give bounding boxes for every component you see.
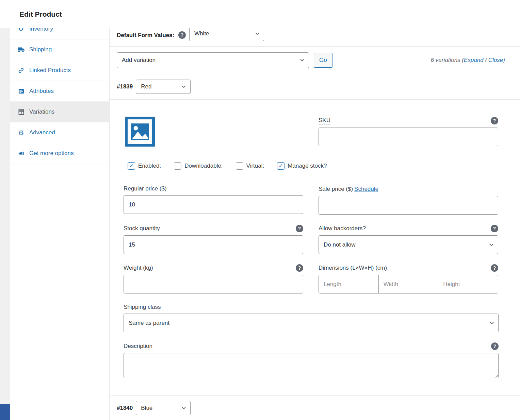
description-row: Description ?	[124, 342, 499, 380]
regular-price-input[interactable]	[124, 195, 303, 214]
help-icon[interactable]: ?	[491, 264, 498, 272]
stock-row: Stock quantity ? Allow backorders? ? Do …	[124, 225, 499, 254]
chevron-down-icon	[489, 320, 494, 327]
virtual-option: ✓ Virtual:	[236, 162, 264, 170]
width-input[interactable]	[378, 275, 439, 293]
enabled-option: ✓ Enabled:	[128, 162, 161, 170]
variation-header-1840: #1840 Blue	[110, 396, 520, 420]
summary-text: )	[503, 57, 505, 63]
selected-value: White	[194, 30, 209, 37]
sidebar-item-inventory[interactable]: Inventory	[10, 28, 109, 39]
page-header: Edit Product	[0, 0, 520, 28]
regular-price-label: Regular price ($)	[124, 185, 303, 192]
gear-icon: ⚙	[17, 129, 25, 136]
product-data-tabs: Inventory Shipping Linked Products Attri…	[10, 28, 110, 420]
dimensions-label: Dimensions (L×W×H) (cm)	[319, 265, 387, 271]
help-icon[interactable]: ?	[296, 264, 303, 272]
sidebar-item-advanced[interactable]: ⚙ Advanced	[10, 122, 109, 143]
image-sku-row: SKU ?	[124, 117, 499, 147]
help-icon[interactable]: ?	[178, 31, 186, 39]
variation-attribute-select[interactable]: Red	[136, 80, 191, 94]
variation-id: #1840	[117, 405, 133, 411]
shipping-truck-icon	[17, 47, 25, 52]
help-icon[interactable]: ?	[296, 225, 303, 232]
description-label: Description	[124, 343, 152, 350]
default-form-values-select[interactable]: White	[189, 28, 264, 41]
sku-label: SKU	[319, 117, 330, 124]
manage-stock-option: ✓ Manage stock?	[277, 162, 327, 170]
selected-value: Do not allow	[324, 241, 356, 248]
check-icon: ✓	[279, 163, 283, 169]
page-title: Edit Product	[19, 10, 62, 18]
go-button[interactable]: Go	[314, 53, 332, 68]
description-textarea[interactable]	[124, 353, 499, 378]
shipping-class-label: Shipping class	[124, 304, 499, 310]
checkbox-label: Manage stock?	[288, 163, 327, 169]
chevron-down-icon	[181, 405, 186, 413]
allow-backorders-select[interactable]: Do not allow	[319, 235, 498, 254]
schedule-link[interactable]: Schedule	[354, 186, 378, 192]
manage-stock-checkbox[interactable]: ✓	[277, 162, 285, 170]
link-icon	[17, 67, 25, 73]
sidebar-item-label: Linked Products	[29, 67, 71, 74]
summary-text: /	[484, 57, 488, 63]
sidebar-item-label: Attributes	[29, 88, 54, 95]
add-variation-select[interactable]: Add variation	[117, 52, 309, 68]
weight-input[interactable]	[124, 275, 303, 293]
variation-image-upload[interactable]	[125, 117, 155, 147]
selected-value: Blue	[141, 405, 152, 411]
downloadable-checkbox[interactable]: ✓	[174, 162, 181, 170]
close-link[interactable]: Close	[488, 57, 503, 63]
sidebar-item-label: Inventory	[29, 28, 53, 32]
chevron-down-icon	[181, 84, 186, 91]
sidebar-item-get-more-options[interactable]: Get more options	[10, 143, 109, 164]
attributes-list-icon	[17, 88, 25, 94]
stock-quantity-label: Stock quantity	[124, 225, 160, 232]
variations-panel: Default Form Values: ? White Add variati…	[110, 28, 520, 420]
virtual-checkbox[interactable]: ✓	[236, 162, 243, 170]
stock-quantity-input[interactable]	[124, 235, 303, 254]
height-input[interactable]	[438, 275, 498, 293]
summary-text: 6 variations (	[431, 57, 464, 63]
sku-input[interactable]	[319, 128, 498, 146]
variations-toolbar: Add variation Go 6 variations (Expand / …	[110, 47, 520, 74]
length-input[interactable]	[319, 275, 379, 293]
admin-menu-strip	[0, 404, 10, 420]
check-icon: ✓	[129, 163, 133, 169]
chevron-down-icon	[489, 242, 494, 249]
variation-header-1839: #1839 Red	[110, 74, 520, 100]
sale-price-input[interactable]	[319, 196, 498, 215]
sidebar-item-label: Variations	[29, 108, 54, 115]
downloadable-option: ✓ Downloadable:	[174, 162, 223, 170]
checkbox-label: Downloadable:	[184, 163, 223, 169]
checkbox-label: Enabled:	[138, 163, 161, 169]
variation-attribute-select[interactable]: Blue	[136, 401, 191, 415]
help-icon[interactable]: ?	[491, 117, 498, 124]
help-icon[interactable]: ?	[491, 342, 499, 350]
product-data-panel: Inventory Shipping Linked Products Attri…	[10, 28, 520, 420]
weight-dimensions-row: Weight (kg) ? Dimensions (L×W×H) (cm) ?	[124, 264, 499, 293]
enabled-checkbox[interactable]: ✓	[128, 162, 135, 170]
sidebar-item-variations[interactable]: Variations	[10, 102, 109, 122]
sidebar-item-linked-products[interactable]: Linked Products	[10, 60, 109, 81]
variations-grid-icon	[17, 109, 25, 115]
inventory-icon	[17, 28, 25, 32]
dimensions-inputs	[319, 275, 498, 293]
sidebar-item-label: Shipping	[29, 46, 52, 53]
variation-body: SKU ? ✓ Enabled: ✓ Downloadable: ✓ Vi	[110, 100, 520, 396]
expand-link[interactable]: Expand	[464, 57, 484, 63]
sidebar-item-attributes[interactable]: Attributes	[10, 81, 109, 102]
allow-backorders-label: Allow backorders?	[319, 225, 366, 232]
sidebar-item-label: Get more options	[29, 150, 74, 157]
selected-value: Add variation	[122, 57, 156, 64]
variation-options-row: ✓ Enabled: ✓ Downloadable: ✓ Virtual: ✓ …	[124, 157, 499, 175]
sidebar-item-shipping[interactable]: Shipping	[10, 39, 109, 60]
sale-price-label: Sale price ($)Schedule	[319, 186, 378, 192]
default-form-values-row: Default Form Values: ? White	[110, 28, 520, 47]
selected-value: Red	[141, 83, 151, 90]
help-icon[interactable]: ?	[491, 225, 498, 232]
default-form-values-label: Default Form Values:	[117, 32, 174, 39]
variation-id: #1839	[117, 83, 133, 90]
chevron-down-icon	[255, 31, 260, 38]
shipping-class-select[interactable]: Same as parent	[124, 314, 499, 332]
